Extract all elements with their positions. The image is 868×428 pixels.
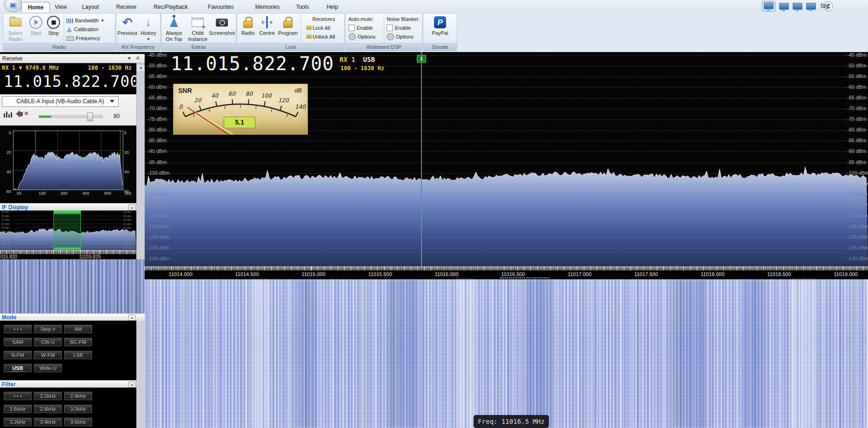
mode-button-lsb[interactable]: LSB — [64, 350, 93, 360]
frequency-button[interactable]: Frequency — [67, 34, 100, 42]
tab-rec-playback[interactable]: Rec/Playback — [147, 2, 194, 12]
auto-mute-enable[interactable]: Enable — [348, 24, 373, 32]
history-button[interactable]: ↓ History▼ — [138, 14, 159, 43]
audio-spectrum-graph[interactable]: 00202040406060501002004008001k6 — [0, 125, 136, 203]
collapse-icon[interactable]: ▲ — [128, 315, 135, 321]
db-axis-label-left: -75 dBm — [147, 116, 167, 122]
noise-blanker-options-button[interactable]: Options — [387, 33, 414, 41]
mode-button-sam[interactable]: SAM — [3, 337, 32, 347]
frequency-ruler[interactable] — [145, 266, 868, 270]
lock-centre-button[interactable]: Centre — [258, 14, 276, 43]
close-icon[interactable]: ✕ — [136, 55, 140, 61]
filter-button-[interactable]: • • • — [3, 391, 32, 401]
tab-home[interactable]: Home — [21, 2, 50, 13]
collapse-icon[interactable]: ▲ — [128, 204, 135, 211]
volume-slider[interactable] — [39, 115, 103, 118]
passband-top-cap[interactable] — [54, 211, 80, 214]
auto-mute-label: Auto-mute: — [348, 15, 374, 23]
noise-blanker-enable-checkbox[interactable] — [387, 25, 393, 31]
previous-button[interactable]: ↶ Previous — [117, 14, 138, 43]
mute-speaker-icon[interactable] — [20, 112, 23, 116]
filter-button-2-2khz[interactable]: 2.2kHz — [33, 391, 62, 401]
app-menu-button[interactable] — [4, 0, 22, 12]
filter-button-3-2khz[interactable]: 3.2kHz — [3, 417, 32, 427]
auto-mute-enable-checkbox[interactable] — [348, 25, 355, 31]
chevron-down-icon — [110, 100, 114, 103]
mode-button-wide-u[interactable]: Wide-U — [33, 363, 62, 373]
group-caption: Radio — [3, 43, 115, 51]
child-instance-button[interactable]: ChildInstance — [187, 14, 209, 43]
noise-blanker-enable[interactable]: Enable — [387, 24, 411, 32]
filter-button-2-4khz[interactable]: 2.4kHz — [64, 391, 93, 401]
volume-handle[interactable] — [87, 112, 93, 121]
panel-menu-icon[interactable]: ▼ — [127, 56, 132, 61]
sidebar-scrollbar[interactable] — [136, 321, 145, 428]
mode-button-step[interactable]: Step ≡ — [33, 324, 62, 334]
paypal-button[interactable]: P PayPal — [425, 14, 455, 43]
downconvert-arrow-icon[interactable]: ▼ — [19, 65, 25, 71]
start-button[interactable]: Start — [27, 14, 44, 43]
filter-button-2-8khz[interactable]: 2.8kHz — [33, 404, 62, 414]
receive-panel-header[interactable]: Receive ▼ ✕ — [0, 54, 145, 63]
if-passband-selector[interactable] — [53, 211, 81, 250]
rx-marker-badge[interactable]: 1 — [417, 55, 426, 63]
always-on-top-button[interactable]: AlwaysOn Top — [162, 14, 186, 43]
equalizer-icon[interactable] — [4, 111, 12, 118]
mode-button-n-fm[interactable]: N-FM — [3, 350, 32, 360]
tab-receive[interactable]: Receive — [110, 2, 142, 12]
mode-button-cw-u[interactable]: CW-U — [33, 337, 62, 347]
tab-tools[interactable]: Tools — [290, 2, 315, 12]
freq-axis-label: 11018.500 — [758, 271, 800, 277]
group-rx-frequency: ↶ Previous ↓ History▼ RX Frequency — [116, 13, 160, 51]
filter-button-3-6khz[interactable]: 3.6kHz — [64, 417, 93, 427]
if-spectrum-display[interactable]: -50 dBm-50 dBm-60 dBm-60 dBm-70 dBm-70 d… — [0, 211, 136, 250]
db-gridline — [145, 173, 868, 174]
filter-button-3-4khz[interactable]: 3.4kHz — [33, 417, 62, 427]
audio-device-select[interactable]: CABLE-A Input (VB-Audio Cable A) — [2, 96, 119, 107]
db-axis-label-right: -90 dBm — [847, 148, 867, 154]
tab-view[interactable]: View — [49, 2, 73, 12]
filter-button-2-6khz[interactable]: 2.6kHz — [3, 404, 32, 414]
mode-button-w-fm[interactable]: W-FM — [33, 350, 62, 360]
if-db-label-left: -70 dBm — [1, 218, 10, 221]
tab-favourites[interactable]: Favourites — [202, 2, 240, 12]
select-radio-button[interactable]: SelectRadio — [4, 14, 27, 43]
layout-preset-icon[interactable] — [779, 3, 789, 10]
scrollbar-up-icon[interactable]: ▲ — [136, 64, 146, 72]
bandwidth-button[interactable]: Bandwidth▼ — [67, 16, 104, 25]
lock-all-button[interactable]: Lock All — [305, 24, 330, 32]
if-db-label-right: -100 dBm — [123, 230, 133, 233]
screenshot-button[interactable]: Screenshot — [209, 14, 235, 43]
lock-radio-button[interactable]: Radio — [239, 14, 257, 43]
db-gridline — [145, 151, 868, 152]
filter-button-3-0khz[interactable]: 3.0kHz — [64, 404, 93, 414]
collapse-icon[interactable]: ▲ — [128, 382, 135, 388]
layout-preset-icon[interactable] — [793, 3, 802, 10]
volume-value: 80 — [114, 113, 120, 119]
calibration-button[interactable]: Calibration — [67, 25, 99, 33]
lock-program-button[interactable]: Program — [277, 14, 299, 43]
db-gridline — [145, 216, 868, 217]
mode-button-am[interactable]: AM — [64, 324, 93, 334]
if-db-label-left: -120 dBm — [1, 238, 11, 241]
main-spectrum-display[interactable]: -45 dBm-45 dBm-50 dBm-50 dBm-55 dBm-55 d… — [145, 52, 868, 266]
stop-button[interactable]: Stop — [45, 14, 62, 43]
tab-layout[interactable]: Layout — [76, 2, 105, 12]
db-gridline — [145, 259, 868, 260]
auto-mute-options-button[interactable]: Options — [348, 33, 375, 41]
frequency-axis[interactable]: 11014.00011014.50011015.00011015.5001101… — [145, 270, 868, 279]
layout-preset-icon[interactable] — [762, 1, 775, 12]
main-waterfall[interactable] — [145, 279, 868, 428]
mode-button-usb[interactable]: USB — [3, 363, 32, 373]
unlock-all-button[interactable]: Unlock All — [305, 33, 335, 41]
mode-button-bc-fm[interactable]: BC-FM — [64, 337, 93, 347]
sidebar-scrollbar[interactable] — [136, 63, 145, 259]
mode-button-[interactable]: • • • — [3, 324, 32, 334]
if-waterfall[interactable] — [0, 259, 145, 313]
play-icon — [29, 16, 42, 29]
layout-preset-icon[interactable] — [806, 3, 816, 10]
tab-memories[interactable]: Memories — [249, 2, 286, 12]
rx-tuning-marker[interactable] — [421, 52, 422, 266]
tuned-frequency[interactable]: 11.015.822.700 — [4, 72, 140, 91]
tab-help[interactable]: Help — [320, 2, 344, 12]
